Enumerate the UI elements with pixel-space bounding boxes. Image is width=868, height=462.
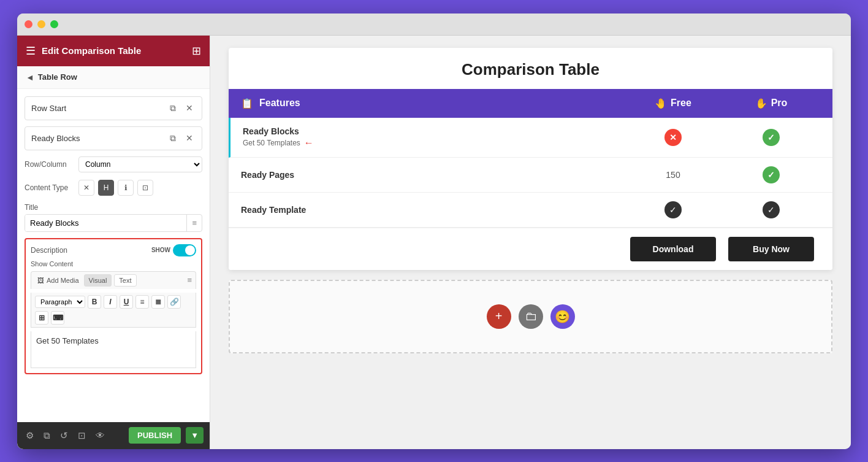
sidebar-body: Row Start ⧉ ✕ Ready Blocks ⧉ ✕ Row/Colum… [17,89,210,422]
underline-button[interactable]: U [120,295,133,309]
ready-blocks-close-button[interactable]: ✕ [183,132,196,144]
show-content-label: Show Content [31,260,196,268]
align-button[interactable]: ⊞ [35,311,48,325]
title-menu-icon[interactable]: ≡ [186,215,202,231]
minimize-button[interactable] [37,20,45,28]
main-content: ☰ Edit Comparison Table ⊞ ◄ Table Row Ro… [17,36,851,449]
maximize-button[interactable] [50,20,58,28]
list-ordered-button[interactable]: ≣ [151,295,165,309]
ct-info-button[interactable]: ℹ [118,180,134,196]
settings-icon[interactable]: ⚙ [23,428,36,444]
table-row-ready-template: Ready Template ✓ ✓ [229,193,832,228]
free-label: Free [671,98,691,109]
titlebar [17,13,851,36]
layers-icon[interactable]: ⧉ [41,428,53,444]
row-start-copy-button[interactable]: ⧉ [167,102,178,115]
show-toggle: SHOW [151,244,196,256]
back-arrow-icon[interactable]: ◄ [26,72,34,82]
download-button[interactable]: Download [630,237,716,261]
title-input-row: ≡ [25,214,202,232]
row-start-block: Row Start ⧉ ✕ [25,96,202,120]
preview-area: Comparison Table 📋 Features 🤚 Free ✋ Pro [210,36,851,449]
editor-content[interactable]: Get 50 Templates [31,331,196,368]
bold-button[interactable]: B [88,295,101,309]
ready-blocks-name: Ready Blocks [243,126,624,136]
comparison-table: Comparison Table 📋 Features 🤚 Free ✋ Pro [229,48,832,270]
ct-x-button[interactable]: ✕ [78,180,94,196]
ready-blocks-copy-button[interactable]: ⧉ [167,132,178,145]
free-header: 🤚 Free [624,98,722,109]
ready-blocks-feature: Ready Blocks Get 50 Templates ← [243,126,624,148]
table-row-ready-pages: Ready Pages 150 ✓ [229,158,832,193]
ready-template-free-cell: ✓ [624,201,722,218]
content-type-field: Content Type ✕ H ℹ ⊡ [25,180,202,196]
add-media-icon: 🖼 [37,277,44,284]
paragraph-select[interactable]: Paragraph [35,296,85,308]
description-label: Description [31,246,67,255]
check-green-pages-icon: ✓ [763,166,780,183]
ready-blocks-free-cell: ✕ [624,129,722,146]
add-media-button[interactable]: 🖼 Add Media [35,275,82,285]
close-button[interactable] [25,20,32,28]
check-dark-free-icon: ✓ [664,201,682,218]
pro-icon: ✋ [755,98,767,109]
title-input[interactable] [25,215,186,231]
show-toggle-switch[interactable] [173,244,196,256]
comparison-table-title: Comparison Table [229,48,832,89]
publish-arrow-button[interactable]: ▼ [186,427,204,444]
sidebar-title: Edit Comparison Table [42,45,186,56]
ct-image-button[interactable]: ⊡ [137,180,153,196]
keyboard-button[interactable]: ⌨ [51,311,64,325]
ready-template-name: Ready Template [241,205,624,215]
link-button[interactable]: 🔗 [167,295,181,309]
ct-h-button[interactable]: H [98,180,114,196]
text-tab[interactable]: Text [114,274,136,287]
add-media-label: Add Media [47,277,79,284]
ready-blocks-pro-cell: ✓ [722,129,820,146]
show-label: SHOW [151,247,170,253]
add-plus-button[interactable]: + [487,304,511,329]
grid-icon[interactable]: ⊞ [192,44,201,58]
pro-header: ✋ Pro [722,98,820,109]
add-face-button[interactable]: 😊 [550,304,575,329]
ready-pages-name: Ready Pages [241,170,624,180]
placeholder-area: + 🗀 😊 [229,280,832,353]
sidebar-header: ☰ Edit Comparison Table ⊞ [17,36,210,66]
table-buttons-row: Download Buy Now [229,228,832,270]
desc-text: Get 50 Templates [243,139,300,147]
duplicate-icon[interactable]: ⊡ [75,428,88,444]
features-header: 📋 Features [241,98,624,109]
ready-blocks-label: Ready Blocks [31,134,162,143]
visual-tab[interactable]: Visual [84,274,112,287]
free-icon: 🤚 [655,98,667,109]
hamburger-icon[interactable]: ☰ [26,44,36,58]
red-arrow-icon: ← [304,137,314,148]
description-header: Description SHOW [31,244,196,256]
publish-button[interactable]: PUBLISH [129,427,181,444]
row-start-label: Row Start [31,104,162,113]
sidebar: ☰ Edit Comparison Table ⊞ ◄ Table Row Ro… [17,36,210,449]
row-column-select[interactable]: Column [78,156,202,172]
description-section: Description SHOW Show Content 🖼 Add Medi… [25,238,202,374]
breadcrumb-label: Table Row [38,72,77,82]
row-start-close-button[interactable]: ✕ [183,102,196,114]
content-type-label: Content Type [25,183,74,192]
ready-pages-free-value: 150 [666,170,680,180]
editor-toolbar-top: 🖼 Add Media Visual Text ≡ [31,271,196,289]
editor-menu-icon[interactable]: ≡ [187,275,192,285]
check-dark-pro-icon: ✓ [763,201,780,218]
preview-icon[interactable]: 👁 [93,428,107,443]
italic-button[interactable]: I [104,295,117,309]
list-unordered-button[interactable]: ≡ [135,295,149,309]
row-column-field: Row/Column Column [25,156,202,172]
add-buttons-row: + 🗀 😊 [487,304,575,329]
breadcrumb: ◄ Table Row [17,66,210,89]
app-window: ☰ Edit Comparison Table ⊞ ◄ Table Row Ro… [17,13,851,449]
title-section: Title ≡ [25,203,202,232]
buy-now-button[interactable]: Buy Now [728,237,814,261]
add-folder-button[interactable]: 🗀 [519,304,543,329]
ready-blocks-block: Ready Blocks ⧉ ✕ [25,126,202,150]
history-icon[interactable]: ↺ [58,428,70,444]
ready-pages-free-cell: 150 [624,170,722,180]
row-column-label: Row/Column [25,160,74,169]
